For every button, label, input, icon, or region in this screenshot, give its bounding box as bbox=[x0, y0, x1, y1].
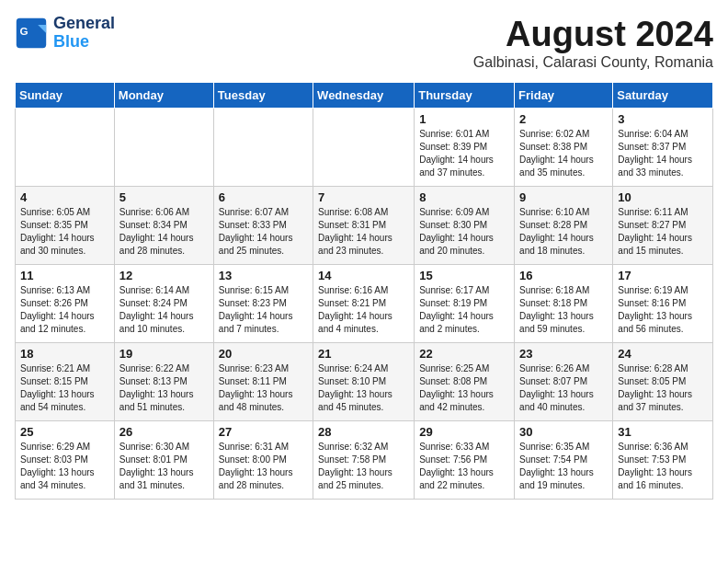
day-info: Sunrise: 6:16 AM Sunset: 8:21 PM Dayligh… bbox=[318, 284, 409, 336]
day-info: Sunrise: 6:05 AM Sunset: 8:35 PM Dayligh… bbox=[20, 206, 109, 258]
day-number: 25 bbox=[20, 425, 109, 439]
day-number: 6 bbox=[219, 190, 308, 204]
calendar-table: SundayMondayTuesdayWednesdayThursdayFrid… bbox=[15, 82, 713, 500]
page-header: G General Blue August 2024 Galbinasi, Ca… bbox=[15, 15, 713, 71]
calendar-day-cell: 31Sunrise: 6:36 AM Sunset: 7:53 PM Dayli… bbox=[613, 421, 713, 500]
empty-day-cell bbox=[313, 109, 415, 187]
day-number: 13 bbox=[219, 269, 308, 282]
day-number: 9 bbox=[519, 190, 608, 204]
calendar-day-cell: 1Sunrise: 6:01 AM Sunset: 8:39 PM Daylig… bbox=[415, 109, 515, 187]
day-info: Sunrise: 6:10 AM Sunset: 8:28 PM Dayligh… bbox=[519, 206, 608, 258]
day-info: Sunrise: 6:09 AM Sunset: 8:30 PM Dayligh… bbox=[419, 206, 509, 258]
day-number: 19 bbox=[119, 347, 209, 361]
calendar-day-cell: 15Sunrise: 6:17 AM Sunset: 8:19 PM Dayli… bbox=[415, 265, 515, 343]
day-info: Sunrise: 6:19 AM Sunset: 8:16 PM Dayligh… bbox=[618, 284, 708, 336]
calendar-day-cell: 4Sunrise: 6:05 AM Sunset: 8:35 PM Daylig… bbox=[16, 187, 115, 265]
calendar-day-cell: 23Sunrise: 6:26 AM Sunset: 8:07 PM Dayli… bbox=[515, 343, 613, 421]
day-number: 2 bbox=[519, 112, 608, 126]
day-number: 20 bbox=[219, 347, 308, 361]
day-info: Sunrise: 6:22 AM Sunset: 8:13 PM Dayligh… bbox=[119, 362, 209, 414]
day-number: 18 bbox=[20, 347, 109, 361]
logo: G General Blue bbox=[15, 15, 115, 52]
day-info: Sunrise: 6:18 AM Sunset: 8:18 PM Dayligh… bbox=[519, 284, 608, 336]
day-number: 11 bbox=[20, 269, 109, 282]
day-info: Sunrise: 6:11 AM Sunset: 8:27 PM Dayligh… bbox=[618, 206, 708, 258]
calendar-week-row: 25Sunrise: 6:29 AM Sunset: 8:03 PM Dayli… bbox=[16, 421, 713, 500]
weekday-header-thursday: Thursday bbox=[415, 83, 515, 109]
calendar-day-cell: 20Sunrise: 6:23 AM Sunset: 8:11 PM Dayli… bbox=[213, 343, 313, 421]
day-info: Sunrise: 6:06 AM Sunset: 8:34 PM Dayligh… bbox=[119, 206, 209, 258]
location-subtitle: Galbinasi, Calarasi County, Romania bbox=[473, 54, 713, 71]
day-info: Sunrise: 6:35 AM Sunset: 7:54 PM Dayligh… bbox=[519, 441, 608, 492]
calendar-day-cell: 30Sunrise: 6:35 AM Sunset: 7:54 PM Dayli… bbox=[515, 421, 613, 500]
month-year-title: August 2024 bbox=[473, 15, 713, 54]
calendar-day-cell: 2Sunrise: 6:02 AM Sunset: 8:38 PM Daylig… bbox=[515, 109, 613, 187]
day-number: 1 bbox=[419, 112, 509, 126]
calendar-day-cell: 10Sunrise: 6:11 AM Sunset: 8:27 PM Dayli… bbox=[613, 187, 713, 265]
weekday-header-friday: Friday bbox=[515, 83, 613, 109]
calendar-day-cell: 26Sunrise: 6:30 AM Sunset: 8:01 PM Dayli… bbox=[114, 421, 213, 500]
weekday-header-saturday: Saturday bbox=[613, 83, 713, 109]
calendar-day-cell: 12Sunrise: 6:14 AM Sunset: 8:24 PM Dayli… bbox=[114, 265, 213, 343]
calendar-day-cell: 19Sunrise: 6:22 AM Sunset: 8:13 PM Dayli… bbox=[114, 343, 213, 421]
day-number: 23 bbox=[519, 347, 608, 361]
day-number: 8 bbox=[419, 190, 509, 204]
weekday-header-wednesday: Wednesday bbox=[313, 83, 415, 109]
calendar-week-row: 4Sunrise: 6:05 AM Sunset: 8:35 PM Daylig… bbox=[16, 187, 713, 265]
calendar-day-cell: 7Sunrise: 6:08 AM Sunset: 8:31 PM Daylig… bbox=[313, 187, 415, 265]
calendar-day-cell: 13Sunrise: 6:15 AM Sunset: 8:23 PM Dayli… bbox=[213, 265, 313, 343]
day-info: Sunrise: 6:30 AM Sunset: 8:01 PM Dayligh… bbox=[119, 441, 209, 492]
day-number: 14 bbox=[318, 269, 409, 282]
day-number: 29 bbox=[419, 425, 509, 439]
calendar-day-cell: 6Sunrise: 6:07 AM Sunset: 8:33 PM Daylig… bbox=[213, 187, 313, 265]
day-number: 30 bbox=[519, 425, 608, 439]
day-info: Sunrise: 6:23 AM Sunset: 8:11 PM Dayligh… bbox=[219, 362, 308, 414]
day-info: Sunrise: 6:17 AM Sunset: 8:19 PM Dayligh… bbox=[419, 284, 509, 336]
day-number: 4 bbox=[20, 190, 109, 204]
day-number: 12 bbox=[119, 269, 209, 282]
weekday-header-row: SundayMondayTuesdayWednesdayThursdayFrid… bbox=[16, 83, 713, 109]
day-number: 24 bbox=[618, 347, 708, 361]
day-number: 27 bbox=[219, 425, 308, 439]
day-number: 16 bbox=[519, 269, 608, 282]
weekday-header-monday: Monday bbox=[114, 83, 213, 109]
day-info: Sunrise: 6:02 AM Sunset: 8:38 PM Dayligh… bbox=[519, 128, 608, 179]
svg-text:G: G bbox=[19, 25, 28, 37]
calendar-day-cell: 22Sunrise: 6:25 AM Sunset: 8:08 PM Dayli… bbox=[415, 343, 515, 421]
logo-icon: G bbox=[15, 17, 48, 50]
calendar-day-cell: 29Sunrise: 6:33 AM Sunset: 7:56 PM Dayli… bbox=[415, 421, 515, 500]
calendar-day-cell: 11Sunrise: 6:13 AM Sunset: 8:26 PM Dayli… bbox=[16, 265, 115, 343]
calendar-day-cell: 25Sunrise: 6:29 AM Sunset: 8:03 PM Dayli… bbox=[16, 421, 115, 500]
empty-day-cell bbox=[213, 109, 313, 187]
calendar-day-cell: 8Sunrise: 6:09 AM Sunset: 8:30 PM Daylig… bbox=[415, 187, 515, 265]
day-number: 10 bbox=[618, 190, 708, 204]
day-number: 15 bbox=[419, 269, 509, 282]
calendar-day-cell: 21Sunrise: 6:24 AM Sunset: 8:10 PM Dayli… bbox=[313, 343, 415, 421]
day-info: Sunrise: 6:21 AM Sunset: 8:15 PM Dayligh… bbox=[20, 362, 109, 414]
logo-text: General Blue bbox=[53, 15, 115, 52]
day-info: Sunrise: 6:08 AM Sunset: 8:31 PM Dayligh… bbox=[318, 206, 409, 258]
day-info: Sunrise: 6:31 AM Sunset: 8:00 PM Dayligh… bbox=[219, 441, 308, 492]
day-number: 7 bbox=[318, 190, 409, 204]
calendar-day-cell: 17Sunrise: 6:19 AM Sunset: 8:16 PM Dayli… bbox=[613, 265, 713, 343]
day-info: Sunrise: 6:14 AM Sunset: 8:24 PM Dayligh… bbox=[119, 284, 209, 336]
day-info: Sunrise: 6:24 AM Sunset: 8:10 PM Dayligh… bbox=[318, 362, 409, 414]
calendar-day-cell: 9Sunrise: 6:10 AM Sunset: 8:28 PM Daylig… bbox=[515, 187, 613, 265]
day-number: 31 bbox=[618, 425, 708, 439]
day-number: 21 bbox=[318, 347, 409, 361]
day-number: 26 bbox=[119, 425, 209, 439]
day-info: Sunrise: 6:13 AM Sunset: 8:26 PM Dayligh… bbox=[20, 284, 109, 336]
empty-day-cell bbox=[16, 109, 115, 187]
day-number: 5 bbox=[119, 190, 209, 204]
day-info: Sunrise: 6:29 AM Sunset: 8:03 PM Dayligh… bbox=[20, 441, 109, 492]
day-number: 3 bbox=[618, 112, 708, 126]
calendar-day-cell: 3Sunrise: 6:04 AM Sunset: 8:37 PM Daylig… bbox=[613, 109, 713, 187]
calendar-day-cell: 27Sunrise: 6:31 AM Sunset: 8:00 PM Dayli… bbox=[213, 421, 313, 500]
day-info: Sunrise: 6:36 AM Sunset: 7:53 PM Dayligh… bbox=[618, 441, 708, 492]
day-info: Sunrise: 6:28 AM Sunset: 8:05 PM Dayligh… bbox=[618, 362, 708, 414]
day-info: Sunrise: 6:26 AM Sunset: 8:07 PM Dayligh… bbox=[519, 362, 608, 414]
day-info: Sunrise: 6:32 AM Sunset: 7:58 PM Dayligh… bbox=[318, 441, 409, 492]
calendar-week-row: 18Sunrise: 6:21 AM Sunset: 8:15 PM Dayli… bbox=[16, 343, 713, 421]
title-section: August 2024 Galbinasi, Calarasi County, … bbox=[473, 15, 713, 71]
calendar-week-row: 1Sunrise: 6:01 AM Sunset: 8:39 PM Daylig… bbox=[16, 109, 713, 187]
